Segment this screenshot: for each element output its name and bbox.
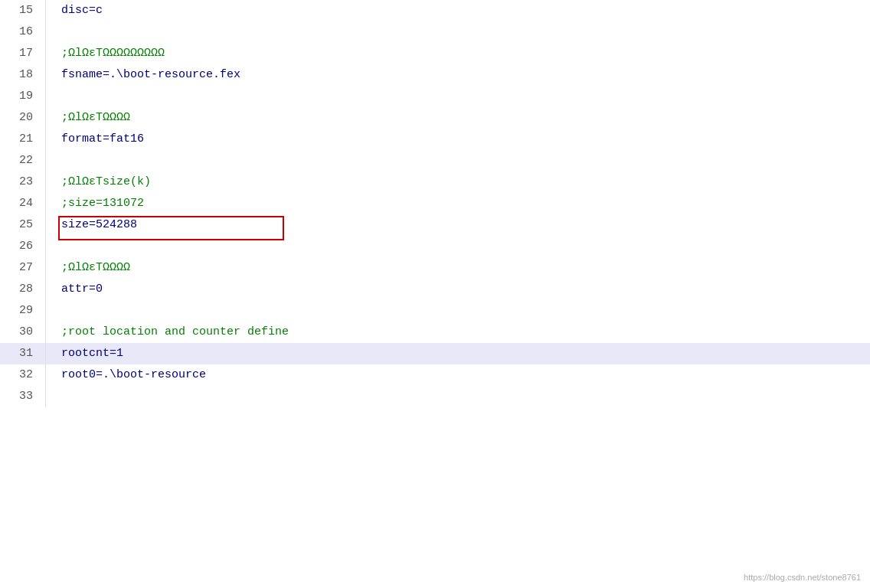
code-line: 29 bbox=[0, 300, 870, 322]
line-content: size=524288 bbox=[46, 214, 137, 236]
line-content: root0=.\boot-resource bbox=[46, 364, 206, 386]
code-line: 15disc=c bbox=[0, 0, 870, 21]
line-number: 29 bbox=[0, 300, 46, 322]
line-number: 23 bbox=[0, 172, 46, 193]
line-number: 25 bbox=[0, 214, 46, 236]
code-line: 22 bbox=[0, 150, 870, 172]
code-line: 33 bbox=[0, 386, 870, 407]
line-content: ;root location and counter define bbox=[46, 322, 289, 343]
line-number: 20 bbox=[0, 107, 46, 129]
code-line: 27;ΩlΩεTΩΩΩΩ bbox=[0, 257, 870, 279]
code-line: 21format=fat16 bbox=[0, 129, 870, 150]
line-number: 30 bbox=[0, 322, 46, 343]
code-line: 23;ΩlΩεTsize(k) bbox=[0, 172, 870, 193]
line-content: ;ΩlΩεTsize(k) bbox=[46, 172, 151, 193]
line-number: 27 bbox=[0, 257, 46, 279]
line-content: format=fat16 bbox=[46, 129, 144, 150]
code-line: 20;ΩlΩεTΩΩΩΩ bbox=[0, 107, 870, 129]
code-line: 24;size=131072 bbox=[0, 193, 870, 214]
line-number: 22 bbox=[0, 150, 46, 172]
line-number: 33 bbox=[0, 386, 46, 407]
code-line: 32root0=.\boot-resource bbox=[0, 364, 870, 386]
code-line: 30;root location and counter define bbox=[0, 322, 870, 343]
code-line: 16 bbox=[0, 21, 870, 43]
code-line: 18fsname=.\boot-resource.fex bbox=[0, 64, 870, 86]
line-number: 21 bbox=[0, 129, 46, 150]
line-number: 26 bbox=[0, 236, 46, 257]
line-content: rootcnt=1 bbox=[46, 343, 123, 364]
watermark: https://blog.csdn.net/stone8761 bbox=[744, 573, 861, 582]
line-number: 28 bbox=[0, 279, 46, 300]
line-number: 18 bbox=[0, 64, 46, 86]
code-line: 17;ΩlΩεTΩΩΩΩΩΩΩΩΩ bbox=[0, 43, 870, 64]
line-number: 31 bbox=[0, 343, 46, 364]
line-number: 15 bbox=[0, 0, 46, 21]
code-line: 19 bbox=[0, 86, 870, 107]
code-line: 31rootcnt=1 bbox=[0, 343, 870, 364]
line-content: disc=c bbox=[46, 0, 103, 21]
line-content: ;size=131072 bbox=[46, 193, 144, 214]
line-content: fsname=.\boot-resource.fex bbox=[46, 64, 240, 86]
line-content: ;ΩlΩεTΩΩΩΩ bbox=[46, 257, 130, 279]
line-number: 24 bbox=[0, 193, 46, 214]
code-line: 26 bbox=[0, 236, 870, 257]
line-number: 32 bbox=[0, 364, 46, 386]
line-number: 17 bbox=[0, 43, 46, 64]
line-content: attr=0 bbox=[46, 279, 103, 300]
code-line: 25size=524288 bbox=[0, 214, 870, 236]
code-line: 28attr=0 bbox=[0, 279, 870, 300]
line-number: 16 bbox=[0, 21, 46, 43]
code-editor: 15disc=c1617;ΩlΩεTΩΩΩΩΩΩΩΩΩ18fsname=.\bo… bbox=[0, 0, 870, 588]
line-number: 19 bbox=[0, 86, 46, 107]
line-content: ;ΩlΩεTΩΩΩΩΩΩΩΩΩ bbox=[46, 43, 165, 64]
line-content: ;ΩlΩεTΩΩΩΩ bbox=[46, 107, 130, 129]
